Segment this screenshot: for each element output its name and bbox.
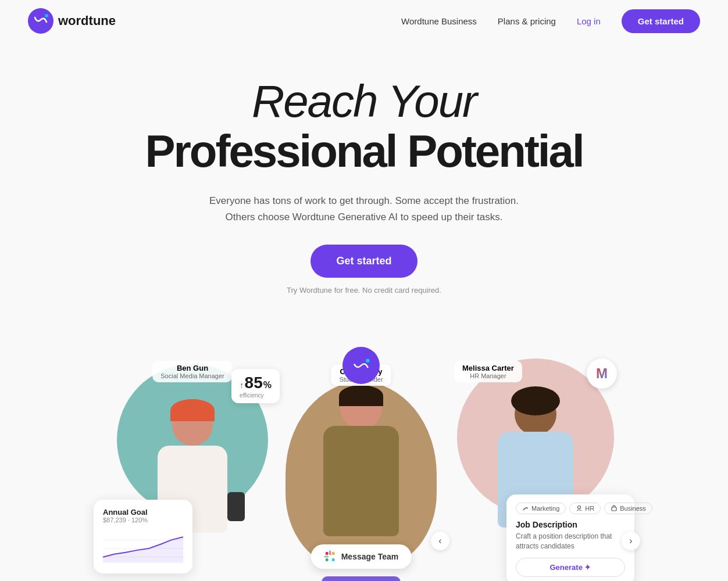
- nav-login[interactable]: Log in: [577, 16, 601, 26]
- svg-rect-9: [332, 558, 335, 561]
- efficiency-arrow: ↑: [240, 380, 244, 390]
- person-label-right: Melissa Carter HR Manager: [454, 361, 522, 382]
- thank-you-strip: Thank you all for: [322, 576, 401, 581]
- svg-rect-11: [324, 556, 329, 558]
- gmail-badge: M: [587, 358, 617, 389]
- tag-hr: HR: [569, 503, 601, 514]
- hr-icon: [576, 505, 583, 512]
- right-hair: [511, 386, 560, 415]
- efficiency-percent: %: [263, 380, 272, 390]
- left-person-name: Ben Gun: [160, 364, 224, 372]
- svg-rect-7: [332, 552, 335, 555]
- phone: [227, 492, 245, 521]
- nav-business[interactable]: Wordtune Business: [401, 16, 477, 26]
- svg-rect-6: [326, 552, 329, 555]
- logo[interactable]: wordtune: [28, 8, 116, 34]
- generate-button[interactable]: Generate ✦: [516, 558, 625, 577]
- svg-point-0: [28, 8, 53, 34]
- hero-note: Try Wordtune for free. No credit card re…: [12, 286, 716, 295]
- svg-point-1: [45, 14, 48, 17]
- efficiency-number: 85: [245, 374, 263, 392]
- right-person-title: HR Manager: [462, 372, 514, 379]
- ai-card-desc: Craft a position description that attrac…: [516, 532, 625, 551]
- nav-get-started-button[interactable]: Get started: [622, 9, 700, 33]
- hero-heading-italic: Reach Your Professional Potential: [12, 77, 716, 177]
- card-center: Camila Trey Studio Founder M: [274, 329, 448, 581]
- card-left: Ben Gun Social Media Manager ↑ 85 % effi…: [94, 353, 291, 581]
- card-right: M Melissa Carter HR Manager Marketing: [437, 353, 634, 581]
- brand-name: wordtune: [58, 13, 116, 28]
- chart-card: Annual Goal $87,239 · 120%: [94, 500, 192, 573]
- efficiency-label: efficiency: [240, 392, 272, 399]
- hero-heading-bold: Professional Potential: [12, 127, 716, 177]
- right-person-name: Melissa Carter: [462, 364, 514, 372]
- svg-rect-8: [326, 558, 329, 561]
- nav-links: Wordtune Business Plans & pricing Log in…: [401, 9, 700, 33]
- business-icon: [611, 505, 618, 512]
- ai-card-tags: Marketing HR Business: [516, 503, 625, 514]
- tag-marketing: Marketing: [516, 503, 566, 514]
- hat: [170, 399, 215, 421]
- svg-rect-13: [612, 507, 616, 511]
- slack-icon: [324, 550, 337, 563]
- chart-svg: [103, 528, 183, 563]
- wordtune-center-logo: [342, 347, 380, 384]
- tag-business: Business: [604, 503, 652, 514]
- marketing-icon: [522, 505, 529, 512]
- message-team-label: Message Team: [341, 552, 399, 561]
- hero-subtext: Everyone has tons of work to get through…: [12, 193, 716, 227]
- person-label-left: Ben Gun Social Media Manager: [152, 361, 232, 382]
- center-hair: [339, 385, 383, 406]
- ai-card: Marketing HR Business Job Description Cr…: [506, 494, 634, 581]
- efficiency-badge: ↑ 85 % efficiency: [231, 369, 280, 403]
- nav-pricing[interactable]: Plans & pricing: [498, 16, 556, 26]
- hero-get-started-button[interactable]: Get started: [311, 245, 417, 278]
- svg-point-12: [578, 505, 581, 508]
- center-person-figure: [303, 388, 419, 550]
- center-body: [323, 426, 399, 536]
- chart-value: $87,239 · 120%: [103, 517, 183, 523]
- carousel-next-button[interactable]: ›: [622, 532, 640, 550]
- message-team-badge[interactable]: Message Team: [311, 544, 412, 569]
- gmail-letter: M: [596, 365, 608, 382]
- hero-section: Reach Your Professional Potential Everyo…: [0, 42, 728, 306]
- svg-rect-10: [329, 551, 331, 555]
- svg-point-5: [366, 359, 370, 363]
- left-person-title: Social Media Manager: [160, 372, 224, 379]
- navbar: wordtune Wordtune Business Plans & prici…: [0, 0, 728, 42]
- chart-title: Annual Goal: [103, 508, 183, 517]
- ai-card-title: Job Description: [516, 520, 625, 529]
- cards-section: Ben Gun Social Media Manager ↑ 85 % effi…: [0, 329, 728, 581]
